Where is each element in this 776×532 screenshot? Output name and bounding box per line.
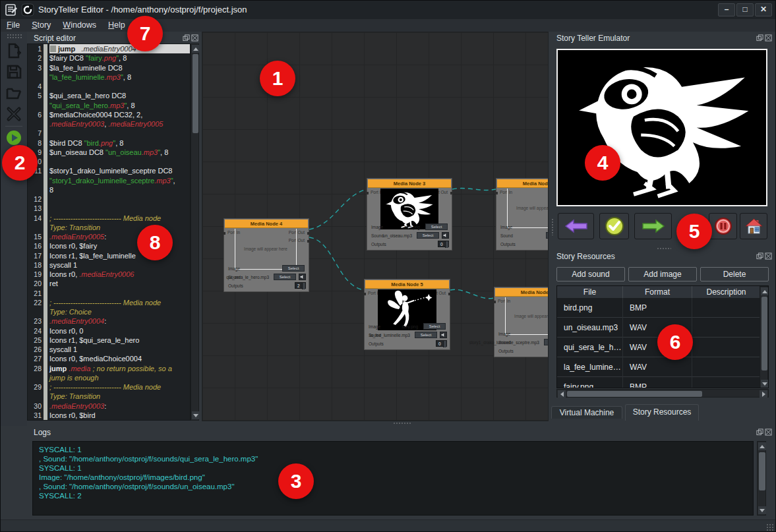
back-button[interactable] xyxy=(558,213,594,239)
logs-scrollbar[interactable] xyxy=(757,441,766,516)
port-in[interactable] xyxy=(495,192,498,194)
table-row[interactable]: la_fee_lumine…WAV xyxy=(557,357,761,377)
new-document-icon[interactable] xyxy=(6,43,22,59)
script-line[interactable]: 5$qui_sera_le_hero DC8 xyxy=(28,91,190,100)
script-line[interactable]: .mediaEntry0003, .mediaEntry0005 xyxy=(28,119,190,129)
resize-grip[interactable] xyxy=(766,523,774,531)
script-line[interactable]: 23.mediaEntry0004: xyxy=(28,316,190,326)
port-out[interactable] xyxy=(307,232,310,235)
table-row[interactable]: bird.pngBMP xyxy=(557,298,761,318)
script-line[interactable]: 19Icons r0, .mediaEntry0006 xyxy=(28,270,190,279)
script-line[interactable]: 22; ---------------------------- Media n… xyxy=(28,298,190,307)
sound-mute-icon[interactable] xyxy=(299,274,306,280)
close-project-icon[interactable] xyxy=(6,106,22,122)
add-image-button[interactable]: Add image xyxy=(628,267,697,281)
script-line[interactable]: 7 xyxy=(28,129,190,138)
emulator-float-icon[interactable] xyxy=(756,34,763,42)
script-line[interactable]: "qui_sera_le_hero.mp3", 8 xyxy=(28,101,190,110)
node-graph-canvas[interactable]: Media Node 4Port InPort OutPort OutImage… xyxy=(202,32,549,421)
story-resources-float-icon[interactable] xyxy=(756,252,763,260)
port-in[interactable] xyxy=(363,293,366,295)
column-header-format[interactable]: Format xyxy=(623,286,692,298)
script-line[interactable]: 11$story1_drako_luminelle_sceptre DC8 xyxy=(28,166,190,175)
sound-mute-icon[interactable] xyxy=(440,332,447,338)
media-node[interactable]: Media Node 6Port InPort OutImage will ap… xyxy=(494,287,549,357)
port-out[interactable] xyxy=(450,192,453,194)
tab-story-resources[interactable]: Story Resources xyxy=(625,404,699,421)
table-vscrollbar[interactable] xyxy=(760,286,768,388)
maximize-button[interactable]: □ xyxy=(736,3,754,16)
script-line[interactable]: Type: Choice xyxy=(28,307,190,316)
home-button[interactable] xyxy=(740,213,767,239)
open-folder-icon[interactable] xyxy=(6,85,22,101)
port-in[interactable] xyxy=(366,192,369,194)
pause-button[interactable] xyxy=(709,213,737,239)
node-title[interactable]: Media Node 5 xyxy=(365,280,449,289)
minimize-button[interactable]: – xyxy=(718,3,735,16)
media-node[interactable]: Media Node 4Port InPort OutPort OutImage… xyxy=(224,218,309,292)
script-line[interactable]: 10 xyxy=(28,157,190,166)
delete-button[interactable]: Delete xyxy=(700,267,769,281)
sound-select-button[interactable]: Select xyxy=(415,332,437,338)
media-node[interactable]: Media Node 5Port InPort Out Image fairy.… xyxy=(364,279,450,350)
menu-file[interactable]: File xyxy=(1,19,26,32)
sound-select-button[interactable]: Select xyxy=(546,232,549,239)
script-line[interactable]: 26syscall 1 xyxy=(28,345,190,354)
port-in[interactable] xyxy=(493,301,496,303)
script-line[interactable]: 18syscall 1 xyxy=(28,260,190,270)
image-select-button[interactable]: Select xyxy=(423,323,446,330)
script-line[interactable]: Type: Transition xyxy=(28,392,190,401)
logs-close-icon[interactable] xyxy=(765,429,772,436)
script-line[interactable]: 25Icons r1, $qui_sera_le_hero xyxy=(28,336,190,345)
script-line[interactable]: 8$bird DC8 "bird.png", 8 xyxy=(28,138,190,148)
script-line[interactable]: 27Icons r0, $mediaChoice0004 xyxy=(28,354,190,363)
taskbar-app-icon[interactable] xyxy=(5,3,18,16)
menu-help[interactable]: Help xyxy=(102,19,131,32)
script-line[interactable]: 3$la_fee_luminelle DC8 xyxy=(28,63,190,73)
script-line[interactable]: 14; ---------------------------- Media n… xyxy=(28,214,190,223)
sound-select-button[interactable]: Select xyxy=(417,232,439,239)
tab-virtual-machine[interactable]: Virtual Machine xyxy=(551,406,622,419)
menu-windows[interactable]: Windows xyxy=(57,19,102,32)
sound-mute-icon[interactable] xyxy=(442,232,449,239)
script-line[interactable]: 1jump .mediaEntry0004 xyxy=(28,44,190,53)
port-out[interactable] xyxy=(448,293,451,295)
table-row[interactable]: fairy.pngBMP xyxy=(557,377,761,388)
sound-select-button[interactable]: Select xyxy=(544,339,549,345)
menu-story[interactable]: Story xyxy=(26,19,57,32)
emulator-close-icon[interactable] xyxy=(765,34,772,42)
node-title[interactable]: Media Node 3 xyxy=(368,179,451,188)
script-line[interactable]: "story1_drako_luminelle_sceptre.mp3", xyxy=(28,176,190,185)
table-hscrollbar[interactable] xyxy=(556,389,769,398)
column-header-file[interactable]: File xyxy=(557,286,623,298)
script-editor-close-icon[interactable] xyxy=(191,34,198,42)
logs-output[interactable]: SYSCALL: 1, Sound: "/home/anthony/ostpro… xyxy=(32,441,754,516)
script-line[interactable]: 12 xyxy=(28,194,190,204)
panel-splitter-handle[interactable] xyxy=(657,247,671,250)
outputs-spinbox[interactable]: 0 xyxy=(436,340,447,347)
script-line[interactable]: 24Icons r0, 0 xyxy=(28,326,190,336)
script-line[interactable]: "la_fee_luminelle.mp3", 8 xyxy=(28,73,190,82)
sound-select-button[interactable]: Select xyxy=(274,274,296,280)
emulator-toolbar-handle[interactable] xyxy=(551,218,554,235)
script-line[interactable]: 6$mediaChoice0004 DC32, 2, xyxy=(28,110,190,119)
media-node[interactable]: Media Node 2Port InPort OutImage will ap… xyxy=(496,178,549,251)
script-editor-float-icon[interactable] xyxy=(183,34,190,42)
script-line[interactable]: jump is enough xyxy=(28,373,190,382)
outputs-spinbox[interactable]: 2 xyxy=(295,282,306,289)
save-icon[interactable] xyxy=(6,64,22,80)
node-title[interactable]: Media Node 6 xyxy=(495,288,549,297)
script-line[interactable]: 2$fairy DC8 "fairy.png", 8 xyxy=(28,53,190,63)
close-button[interactable]: ✕ xyxy=(755,3,772,16)
script-line[interactable]: 30.mediaEntry0003: xyxy=(28,401,190,411)
run-icon[interactable] xyxy=(6,130,22,146)
script-line[interactable]: 29; ---------------------------- Media n… xyxy=(28,382,190,392)
port-in[interactable] xyxy=(223,232,225,235)
ok-button[interactable] xyxy=(599,213,629,239)
port-out[interactable] xyxy=(307,240,310,243)
script-line[interactable]: 4 xyxy=(28,82,190,91)
add-sound-button[interactable]: Add sound xyxy=(556,267,625,281)
script-line[interactable]: 32Icons r1, $un_oiseau xyxy=(28,420,190,421)
column-header-description[interactable]: Description xyxy=(692,286,761,298)
toolbar-drag-handle[interactable] xyxy=(7,34,22,38)
